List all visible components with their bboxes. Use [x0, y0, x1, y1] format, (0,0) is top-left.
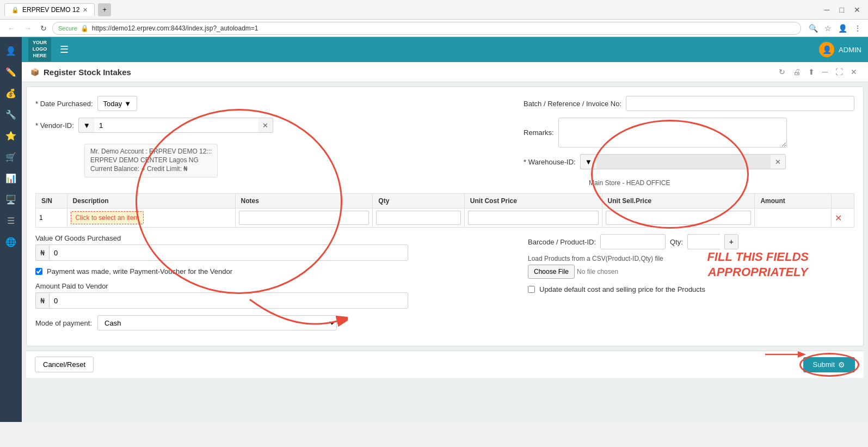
- value-of-goods-section: Value Of Goods Purchased ₦: [35, 234, 506, 261]
- submit-label: Submit: [813, 360, 835, 369]
- remarks-row: Remarks:: [524, 118, 854, 148]
- qty-label: Qty:: [670, 238, 683, 246]
- payment-checkbox-row: Payment was made, write Payment-Voucher …: [35, 267, 506, 275]
- refresh-page-button[interactable]: ↻: [777, 66, 787, 77]
- col-notes: Notes: [235, 194, 373, 209]
- unit-sell-input[interactable]: [606, 211, 752, 225]
- upload-button[interactable]: ⬆: [806, 66, 817, 77]
- csv-file-row: Choose File No file chosen: [528, 265, 854, 279]
- submit-button[interactable]: Submit ⚙: [803, 357, 855, 372]
- row-description[interactable]: Click to select an item: [67, 209, 235, 228]
- minimize-button[interactable]: ─: [821, 4, 833, 15]
- payment-checkbox[interactable]: [35, 268, 42, 275]
- sidebar-item-chart[interactable]: 📊: [1, 169, 21, 188]
- sidebar-item-tools[interactable]: 🔧: [1, 105, 21, 124]
- remarks-textarea[interactable]: [558, 118, 787, 148]
- col-sn: S/N: [36, 194, 67, 209]
- profile-button[interactable]: 👤: [836, 23, 849, 34]
- vendor-info: Mr. Demo Account : ERPREV DEMO 12::: ERP…: [84, 144, 218, 177]
- row-qty: [373, 209, 465, 228]
- batch-row: Batch / Reference / Invoice No:: [524, 96, 854, 111]
- browser-chrome: 🔒 ERPREV DEMO 12 ✕ + ─ □ ✕: [0, 0, 868, 20]
- warehouse-id-input[interactable]: [596, 154, 771, 169]
- date-row: * Date Purchased: Today ▼: [35, 96, 502, 111]
- delete-row-button[interactable]: ✕: [835, 213, 842, 223]
- update-checkbox-row: Update default cost and selling price fo…: [528, 285, 854, 293]
- currency-prefix-paid: ₦: [35, 292, 49, 309]
- row-unit-sell: [602, 209, 755, 228]
- app-logo: YOUR LOGO HERE: [28, 38, 51, 61]
- row-amount: [755, 209, 831, 228]
- csv-label: Load Products from a CSV(Product-ID,Qty)…: [528, 255, 854, 262]
- mode-of-payment-label: Mode of payment:: [35, 319, 92, 327]
- hamburger-icon[interactable]: ☰: [60, 44, 69, 56]
- forward-button[interactable]: →: [21, 23, 35, 34]
- browser-tab[interactable]: 🔒 ERPREV DEMO 12 ✕: [4, 3, 95, 16]
- sidebar-item-cart[interactable]: 🛒: [1, 148, 21, 167]
- amount-paid-input[interactable]: [49, 292, 408, 309]
- vendor-input-group: ▼ ✕: [78, 118, 273, 133]
- sidebar-item-monitor[interactable]: 🖥️: [1, 190, 21, 209]
- warehouse-dropdown-button[interactable]: ▼: [580, 154, 596, 169]
- warehouse-label: * Warehouse-ID:: [524, 158, 576, 166]
- qty-plus-button[interactable]: +: [724, 234, 738, 249]
- warehouse-clear-button[interactable]: ✕: [771, 154, 786, 169]
- batch-input[interactable]: [626, 96, 854, 111]
- vendor-credit: Credit Limit: ₦: [147, 165, 188, 173]
- mode-of-payment-select[interactable]: Cash Bank Transfer Cheque Card: [97, 315, 337, 330]
- print-button[interactable]: 🖨: [791, 66, 803, 77]
- expand-button[interactable]: ⛶: [833, 66, 845, 77]
- admin-avatar: 👤: [819, 42, 834, 57]
- row-delete: ✕: [831, 209, 854, 228]
- sidebar-item-money[interactable]: 💰: [1, 84, 21, 103]
- vendor-id-input[interactable]: [95, 118, 258, 133]
- more-button[interactable]: ⋮: [852, 23, 864, 34]
- notes-input[interactable]: [239, 211, 370, 225]
- form-container: * Date Purchased: Today ▼ * Vendor-ID:: [26, 87, 864, 346]
- sidebar-item-globe[interactable]: 🌐: [1, 232, 21, 252]
- address-bar[interactable]: Secure 🔒 https://demo12.erprev.com:8443/…: [52, 22, 801, 35]
- unit-cost-input[interactable]: [468, 211, 599, 225]
- form-left-col: * Date Purchased: Today ▼ * Vendor-ID:: [35, 96, 502, 184]
- new-tab-button[interactable]: +: [98, 3, 111, 16]
- minimize-page-button[interactable]: ─: [820, 66, 830, 77]
- col-description: Description: [67, 194, 235, 209]
- tab-title: ERPREV DEMO 12: [22, 6, 79, 14]
- vendor-info-line2: ERPREV DEMO CENTER Lagos NG: [90, 156, 212, 164]
- vendor-dropdown-button[interactable]: ▼: [78, 118, 95, 133]
- batch-label: Batch / Reference / Invoice No:: [524, 100, 621, 108]
- close-button[interactable]: ✕: [851, 4, 864, 15]
- barcode-row: Barcode / Product-ID: Qty: +: [528, 234, 854, 249]
- sidebar-item-menu[interactable]: ☰: [1, 211, 21, 230]
- barcode-qty-input[interactable]: [687, 234, 720, 249]
- vendor-clear-button[interactable]: ✕: [258, 118, 273, 133]
- no-file-text: No file chosen: [577, 268, 618, 275]
- reload-button[interactable]: ↻: [37, 23, 50, 34]
- warehouse-group: * Warehouse-ID: ▼ ✕: [524, 154, 786, 169]
- sidebar-item-user[interactable]: 👤: [1, 41, 21, 60]
- bookmark-button[interactable]: ☆: [822, 23, 834, 34]
- close-tab-button[interactable]: ✕: [83, 7, 88, 14]
- qty-row-input[interactable]: [376, 211, 461, 225]
- sidebar-item-edit[interactable]: ✏️: [1, 63, 21, 82]
- date-group: * Date Purchased: Today ▼: [35, 96, 137, 111]
- col-qty: Qty: [373, 194, 465, 209]
- close-page-button[interactable]: ✕: [848, 66, 859, 77]
- choose-file-button[interactable]: Choose File: [528, 265, 575, 279]
- back-button[interactable]: ←: [4, 23, 19, 34]
- vendor-info-balance: Current Balance: ● Credit Limit: ₦: [90, 165, 212, 173]
- page-icon: 📦: [30, 68, 39, 76]
- sidebar-item-star[interactable]: ⭐: [1, 126, 21, 145]
- item-select-cell[interactable]: Click to select an item: [71, 211, 144, 224]
- value-of-goods-input[interactable]: [49, 244, 408, 261]
- maximize-button[interactable]: □: [836, 4, 847, 15]
- update-price-checkbox[interactable]: [528, 286, 535, 293]
- batch-group: Batch / Reference / Invoice No:: [524, 96, 854, 111]
- date-today-button[interactable]: Today ▼: [97, 96, 138, 111]
- submit-wrapper: Submit ⚙: [803, 357, 855, 372]
- value-display: ₦: [35, 244, 506, 261]
- cancel-reset-button[interactable]: Cancel/Reset: [35, 357, 94, 372]
- main-layout: 👤 ✏️ 💰 🔧 ⭐ 🛒 📊 🖥️ ☰ 🌐 YOUR LOGO HERE ☰ 👤…: [0, 37, 868, 422]
- barcode-input[interactable]: [600, 234, 666, 249]
- zoom-button[interactable]: 🔍: [807, 23, 820, 34]
